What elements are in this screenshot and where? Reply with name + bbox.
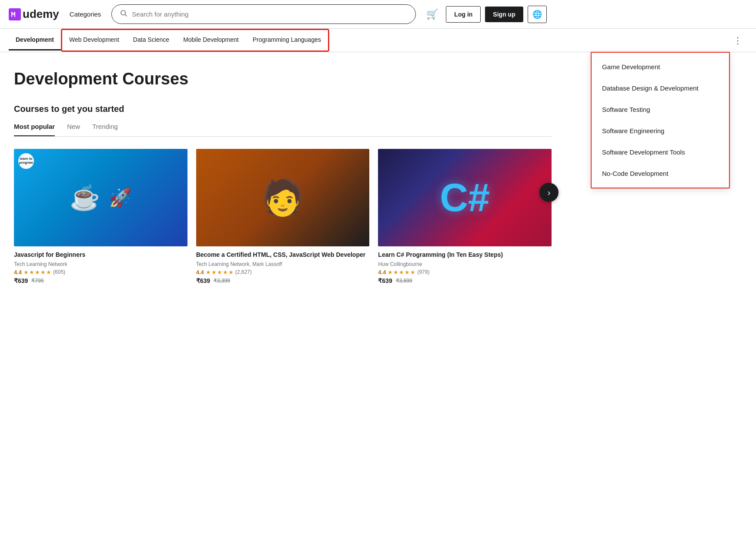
globe-icon: 🌐 [532, 10, 542, 19]
course-card-3[interactable]: C# › Learn C# Programming (In Ten Easy S… [378, 149, 552, 284]
dropdown-item-no-code[interactable]: No-Code Development [592, 163, 729, 184]
tabs-bar: Most popular New Trending [14, 123, 552, 137]
badge-1: learn toprogram [18, 153, 34, 169]
cart-button[interactable]: 🛒 [423, 7, 442, 22]
course-price-3: ₹639 ₹3,699 [378, 277, 552, 284]
course-price-2: ₹639 ₹3,399 [196, 277, 370, 284]
course-author-2: Tech Learning Network, Mark Lassoff [196, 261, 370, 267]
logo-text: udemy [23, 7, 59, 21]
stars-1: ★ ★ ★ ★ ★ [23, 269, 51, 276]
csharp-label: C# [440, 178, 490, 217]
person-placeholder: 🧑 [261, 177, 304, 218]
dropdown-item-database-design[interactable]: Database Design & Development [592, 77, 729, 99]
search-input[interactable] [132, 10, 408, 18]
course-rating-3: 4.4 ★ ★ ★ ★ ★ (979) [378, 269, 552, 276]
login-button[interactable]: Log in [446, 6, 481, 23]
nav-more-button[interactable]: ⋮ [728, 29, 747, 52]
course-thumb-1: learn toprogram ☕ 🚀 [14, 149, 187, 246]
course-rating-2: 4.4 ★ ★ ★ ★ ★ (2,627) [196, 269, 370, 276]
header: udemy Categories 🛒 Log in Sign up 🌐 [0, 0, 756, 29]
search-bar [111, 4, 416, 24]
course-author-1: Tech Learning Network [14, 261, 187, 267]
logo[interactable]: udemy [9, 7, 59, 21]
header-actions: 🛒 Log in Sign up 🌐 [423, 6, 546, 23]
dropdown-item-software-dev-tools[interactable]: Software Development Tools [592, 141, 729, 163]
next-button[interactable]: › [539, 183, 559, 202]
logo-icon [9, 8, 21, 20]
course-rating-1: 4.4 ★ ★ ★ ★ ★ (605) [14, 269, 187, 276]
course-card-1[interactable]: learn toprogram ☕ 🚀 Javascript for Begin… [14, 149, 187, 284]
nav-item-data-science[interactable]: Data Science [126, 30, 176, 50]
stars-2: ★ ★ ★ ★ ★ [206, 269, 234, 276]
svg-line-2 [125, 14, 127, 16]
tab-new[interactable]: New [67, 123, 80, 136]
course-title-2: Become a Certified HTML, CSS, JavaScript… [196, 251, 370, 259]
rocket-icon: 🚀 [109, 187, 131, 208]
course-author-3: Huw Collingbourne [378, 261, 552, 267]
categories-button[interactable]: Categories [66, 9, 105, 20]
java-icon: ☕ [70, 183, 100, 212]
course-title-1: Javascript for Beginners [14, 251, 187, 259]
dropdown-item-software-engineering[interactable]: Software Engineering [592, 120, 729, 141]
search-icon [120, 9, 127, 19]
tab-trending[interactable]: Trending [92, 123, 118, 136]
course-thumb-3: C# [378, 149, 552, 246]
language-button[interactable]: 🌐 [528, 6, 547, 23]
nav-item-programming-languages[interactable]: Programming Languages [246, 30, 328, 50]
dropdown-item-game-development[interactable]: Game Development [592, 56, 729, 77]
section-title: Courses to get you started [14, 104, 552, 114]
course-price-1: ₹639 ₹799 [14, 277, 187, 284]
course-thumb-2: 🧑 [196, 149, 370, 246]
svg-point-1 [121, 10, 126, 15]
nav-bar: Development Web Development Data Science… [0, 29, 756, 52]
nav-highlight-box: Web Development Data Science Mobile Deve… [61, 29, 329, 52]
dropdown-menu: Game Development Database Design & Devel… [591, 52, 730, 188]
nav-item-mobile-development[interactable]: Mobile Development [176, 30, 246, 50]
nav-item-web-development[interactable]: Web Development [62, 30, 126, 50]
main-content: Development Courses Courses to get you s… [0, 52, 565, 302]
course-card-2[interactable]: 🧑 Become a Certified HTML, CSS, JavaScri… [196, 149, 370, 284]
course-title-3: Learn C# Programming (In Ten Easy Steps) [378, 251, 552, 259]
cart-icon: 🛒 [426, 9, 438, 20]
signup-button[interactable]: Sign up [485, 7, 523, 22]
dropdown-wrapper: Game Development Database Design & Devel… [591, 52, 730, 188]
tab-most-popular[interactable]: Most popular [14, 123, 55, 136]
page-title: Development Courses [14, 70, 552, 88]
dropdown-item-software-testing[interactable]: Software Testing [592, 99, 729, 120]
stars-3: ★ ★ ★ ★ ★ [388, 269, 415, 276]
nav-item-development[interactable]: Development [9, 30, 61, 50]
courses-grid: learn toprogram ☕ 🚀 Javascript for Begin… [14, 149, 552, 284]
